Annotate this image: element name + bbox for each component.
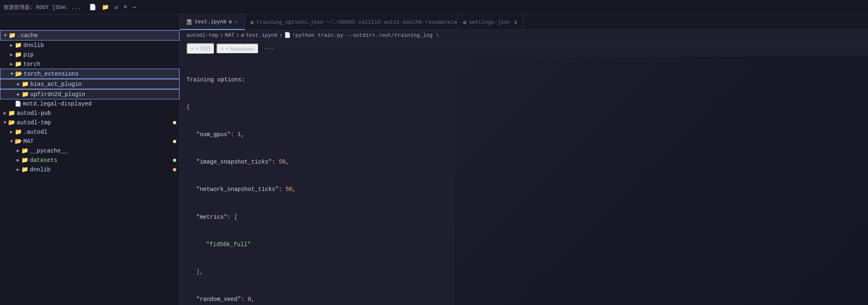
- chevron-right-icon-torch: ▶: [8, 61, 15, 67]
- chevron-down-icon-mat: ▼: [8, 139, 15, 144]
- breadcrumb-sep-2: ❯: [236, 32, 239, 38]
- explorer-actions: 📄 📁 ↺ ≡ ⋯: [87, 3, 138, 11]
- folder-icon-cache: 📁: [9, 32, 16, 39]
- tab-close-test-ipynb[interactable]: ✕: [234, 18, 239, 26]
- chevron-down-icon-torch-ext: ▼: [9, 72, 15, 76]
- chevron-down-icon: ▼: [2, 33, 9, 38]
- tree-item-motd[interactable]: ▶ 📄 motd.legal-displayed: [0, 99, 179, 108]
- tab-settings-json[interactable]: ⚙ settings.json 2: [458, 15, 523, 30]
- tree-label-motd: motd.legal-displayed: [23, 101, 179, 107]
- tree-item-cache[interactable]: ▼ 📁 .cache: [0, 30, 179, 40]
- tree-item-pycache[interactable]: ▶ 📁 __pycache__: [0, 146, 179, 155]
- chevron-right-icon-pycache: ▶: [15, 148, 21, 153]
- breadcrumb: autodl-tmp ❯ MAT ❯ ↺ test.ipynb ❯ 📄 !pyt…: [180, 30, 868, 40]
- code-line-random-seed: "random_seed": 0,: [186, 295, 861, 304]
- tree-item-autodl-pub[interactable]: ▶ 📁 autodl-pub: [0, 108, 179, 118]
- tree-item-dnnlib-cache[interactable]: ▶ 📁 dnnlib: [0, 40, 179, 50]
- breadcrumb-command: !python train.py --outdir=./out/training…: [292, 32, 439, 38]
- dot-autodl-tmp: [173, 121, 176, 124]
- folder-icon-mat: 📂: [15, 138, 22, 145]
- add-markdown-button[interactable]: + + Markdown: [216, 43, 258, 54]
- folder-icon-pycache: 📁: [21, 147, 28, 154]
- folder-icon-upfirdn2d: 📁: [22, 91, 29, 98]
- add-code-button[interactable]: + + 代码: [186, 43, 215, 54]
- breadcrumb-autodl-tmp[interactable]: autodl-tmp: [186, 32, 218, 38]
- tree-item-dnnlib-mat[interactable]: ▶ 📁 dnnlib: [0, 165, 179, 174]
- code-block: Training options: { "num_gpus": 1, "imag…: [186, 57, 861, 305]
- code-line-num-gpus: "num_gpus": 1,: [186, 130, 861, 139]
- breadcrumb-file-icon: 📄: [284, 32, 291, 38]
- tab-label-test-ipynb: test.ipynb: [195, 19, 227, 25]
- tab-training-options[interactable]: ⚙ training_options.json ~/…/00005-cell11…: [245, 15, 458, 30]
- collapse-icon[interactable]: ≡: [122, 3, 128, 11]
- code-line-training-options: Training options:: [186, 75, 861, 84]
- more-icon[interactable]: ⋯: [131, 3, 138, 11]
- explorer-header: 资源管理器: ROOT [SSH: ... 📄 📁 ↺ ≡ ⋯: [0, 0, 868, 15]
- file-icon-motd: 📄: [15, 101, 21, 107]
- refresh-icon[interactable]: ↺: [113, 3, 119, 11]
- code-line-network-snapshot: "network_snapshot_ticks": 50,: [186, 185, 861, 194]
- breadcrumb-refresh-icon: ↺: [241, 32, 244, 38]
- breadcrumb-notebook[interactable]: test.ipynb: [246, 32, 278, 38]
- chevron-right-icon-pip: ▶: [8, 52, 15, 57]
- chevron-right-icon-dnnlib-mat: ▶: [15, 167, 21, 172]
- tree-item-bias-act-plugin[interactable]: ▶ 📁 bias_act_plugin: [0, 79, 179, 89]
- content-area: autodl-tmp ❯ MAT ❯ ↺ test.ipynb ❯ 📄 !pyt…: [180, 30, 868, 305]
- tree-label-torch-extensions: torch_extensions: [24, 71, 179, 77]
- plus-icon-markdown: +: [220, 45, 224, 52]
- tree-label-pycache: __pycache__: [30, 148, 179, 154]
- tab-modified-test-ipynb: U: [229, 20, 232, 25]
- json-icon-1: ⚙: [251, 19, 254, 26]
- folder-icon-autodl-tmp: 📂: [8, 119, 15, 126]
- tree-label-cache: .cache: [17, 32, 179, 39]
- code-editor: Training options: { "num_gpus": 1, "imag…: [180, 57, 868, 305]
- tree-label-bias-act-plugin: bias_act_plugin: [30, 81, 179, 87]
- code-line-metrics: "metrics": [: [186, 213, 861, 222]
- tree-label-autodl-pub: autodl-pub: [17, 110, 179, 117]
- tab-test-ipynb[interactable]: 📓 test.ipynb U ✕: [180, 15, 245, 30]
- tab-badge-settings: 2: [514, 20, 517, 25]
- notebook-icon: 📓: [186, 19, 192, 25]
- breadcrumb-sep-1: ❯: [220, 32, 223, 38]
- tree-label-dnnlib-mat: dnnlib: [30, 166, 173, 173]
- folder-icon-autodl-pub: 📁: [8, 110, 15, 117]
- tree-item-pip[interactable]: ▶ 📁 pip: [0, 50, 179, 59]
- chevron-right-icon: ▶: [8, 43, 15, 48]
- add-markdown-label: + Markdown: [226, 46, 255, 52]
- tree-item-datasets[interactable]: ▶ 📁 datasets: [0, 155, 179, 165]
- chevron-right-icon-upfirdn: ▶: [15, 92, 22, 97]
- code-content: Training options: { "num_gpus": 1, "imag…: [186, 57, 861, 305]
- code-line-open-brace: {: [186, 103, 861, 112]
- new-folder-icon[interactable]: 📁: [100, 3, 110, 11]
- tree-label-upfirdn2d-plugin: upfirdn2d_plugin: [30, 91, 179, 98]
- main-layout: ▼ 📁 .cache ▶ 📁 dnnlib ▶ 📁 pip ▶ 📁 torch …: [0, 30, 868, 305]
- tab-bar: 📓 test.ipynb U ✕ ⚙ training_options.json…: [0, 15, 868, 30]
- toolbar-more-button[interactable]: ···: [260, 44, 277, 53]
- tree-item-torch[interactable]: ▶ 📁 torch: [0, 59, 179, 69]
- tree-item-torch-extensions[interactable]: ▼ 📂 torch_extensions: [0, 69, 179, 79]
- folder-icon-torch: 📁: [15, 61, 22, 67]
- new-file-icon[interactable]: 📄: [87, 3, 98, 11]
- folder-icon-autodl-hidden: 📁: [15, 128, 22, 135]
- sidebar: ▼ 📁 .cache ▶ 📁 dnnlib ▶ 📁 pip ▶ 📁 torch …: [0, 30, 180, 305]
- code-line-image-snapshot: "image_snapshot_ticks": 50,: [186, 157, 861, 166]
- folder-icon-pip: 📁: [15, 51, 22, 58]
- tree-label-pip: pip: [23, 52, 179, 58]
- tree-item-upfirdn2d-plugin[interactable]: ▶ 📁 upfirdn2d_plugin: [0, 89, 179, 99]
- tree-item-mat[interactable]: ▼ 📂 MAT: [0, 137, 179, 146]
- chevron-right-icon-autodl: ▶: [8, 129, 15, 135]
- folder-icon-datasets: 📁: [21, 157, 28, 164]
- explorer-label: 资源管理器: ROOT [SSH: ...: [3, 4, 81, 11]
- chevron-right-icon-bias: ▶: [15, 81, 22, 87]
- tab-label-settings-json: settings.json: [469, 19, 510, 25]
- tree-label-autodl-hidden: .autodl: [23, 129, 179, 135]
- tree-label-datasets: datasets: [30, 157, 173, 164]
- add-code-label: + 代码: [195, 45, 211, 52]
- breadcrumb-sep-3: ❯: [279, 32, 283, 38]
- explorer-title: 资源管理器: ROOT [SSH: ... 📄 📁 ↺ ≡ ⋯: [3, 3, 183, 11]
- tree-item-autodl-tmp[interactable]: ▼ 📂 autodl-tmp: [0, 118, 179, 127]
- cell-toolbar: + + 代码 + + Markdown ···: [180, 40, 868, 57]
- tree-item-autodl-hidden[interactable]: ▶ 📁 .autodl: [0, 127, 179, 137]
- tree-label-mat: MAT: [23, 138, 173, 145]
- breadcrumb-mat[interactable]: MAT: [225, 32, 234, 38]
